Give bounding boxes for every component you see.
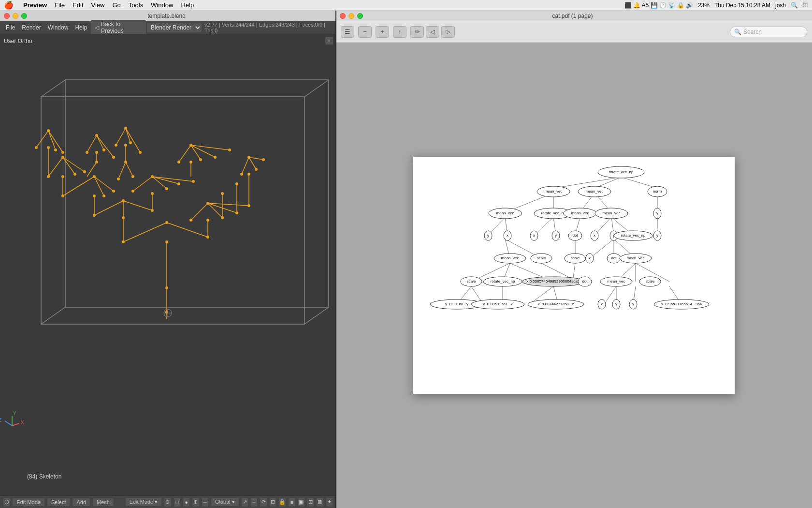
menu-go[interactable]: Go: [112, 1, 120, 9]
svg-text:y: y: [615, 302, 617, 306]
version-info: v2.77 | Verts:244/244 | Edges:243/243 | …: [204, 22, 333, 33]
svg-line-45: [87, 135, 97, 152]
blender-render-menu[interactable]: Render: [19, 23, 44, 32]
svg-text:scale: scale: [537, 256, 546, 260]
previous-page-button[interactable]: ◁: [426, 26, 439, 38]
view-menu-button[interactable]: Edit Mode: [12, 498, 45, 507]
svg-line-4: [41, 307, 65, 324]
menu-file[interactable]: File: [55, 1, 65, 9]
svg-point-118: [189, 144, 192, 147]
svg-line-2: [41, 80, 65, 97]
icon-6[interactable]: ⊞: [269, 497, 276, 507]
svg-point-77: [73, 173, 76, 176]
sidebar-toggle-button[interactable]: ☰: [341, 26, 354, 38]
menu-help[interactable]: Help: [181, 1, 194, 9]
shading-solid[interactable]: ●: [183, 497, 190, 507]
icon-2[interactable]: ↔: [202, 497, 209, 507]
svg-point-122: [228, 149, 231, 151]
search-icon[interactable]: 🔍: [791, 2, 798, 9]
icon-11[interactable]: ⊠: [316, 497, 323, 507]
svg-point-88: [177, 182, 180, 185]
svg-text:rotate_vec_np: rotate_vec_np: [609, 170, 634, 174]
tree-diagram: .tree-node ellipse { fill: white; stroke…: [413, 157, 735, 394]
zoom-out-button[interactable]: −: [358, 26, 372, 38]
svg-line-20: [48, 157, 63, 177]
svg-point-93: [221, 216, 224, 219]
blender-file-menu[interactable]: File: [3, 23, 18, 32]
icon-7[interactable]: 🔒: [278, 497, 286, 507]
menu-window[interactable]: Window: [151, 1, 173, 9]
menu-edit[interactable]: Edit: [72, 1, 83, 9]
svg-point-121: [214, 156, 217, 159]
window-divider: [335, 11, 336, 508]
svg-line-46: [97, 135, 104, 150]
svg-point-82: [54, 149, 57, 151]
add-button[interactable]: Add: [72, 498, 90, 507]
svg-point-75: [61, 156, 64, 159]
back-to-previous-button[interactable]: ◁ Back to Previous: [91, 20, 146, 35]
icon-1[interactable]: ⊕: [192, 497, 199, 507]
apple-menu[interactable]: 🍎: [4, 0, 14, 10]
viewport-canvas: X Y Z: [0, 34, 336, 455]
icon-8[interactable]: ≡: [288, 497, 295, 507]
edit-mode-button[interactable]: Edit Mode ▾: [125, 497, 162, 507]
menu-preview[interactable]: Preview: [23, 1, 47, 9]
next-page-button[interactable]: ▷: [441, 26, 455, 38]
viewport-icon-button[interactable]: ⬡: [3, 497, 10, 507]
svg-line-24: [36, 131, 48, 148]
svg-point-110: [124, 144, 127, 147]
svg-text:dot: dot: [582, 279, 588, 284]
mesh-button[interactable]: Mesh: [92, 498, 114, 507]
svg-point-99: [247, 156, 250, 159]
render-engine-select[interactable]: Blender Render: [147, 23, 202, 32]
svg-point-76: [47, 175, 50, 178]
icon-12[interactable]: ✦: [326, 497, 333, 507]
object-info: (84) Skeleton: [27, 473, 61, 480]
svg-point-79: [47, 146, 50, 149]
svg-rect-0: [41, 97, 304, 324]
svg-point-98: [247, 173, 250, 176]
zoom-in-button[interactable]: +: [376, 26, 389, 38]
menu-tools[interactable]: Tools: [129, 1, 143, 9]
list-icon[interactable]: ☰: [803, 2, 808, 9]
search-box[interactable]: 🔍 Search: [730, 27, 807, 37]
blender-window-title: template.blend: [1, 13, 332, 19]
icon-9[interactable]: ▣: [298, 497, 305, 507]
svg-point-64: [206, 236, 209, 239]
pivot-icon[interactable]: ⊙: [164, 497, 171, 507]
viewport[interactable]: User Ortho +: [0, 34, 336, 495]
shading-wire[interactable]: □: [174, 497, 181, 507]
icon-5[interactable]: ⟳: [260, 497, 267, 507]
svg-text:x: x: [589, 256, 591, 260]
back-arrow-icon: ◁: [95, 24, 99, 31]
svg-text:rotate_vec_np: rotate_vec_np: [541, 211, 566, 215]
menu-view[interactable]: View: [91, 1, 105, 9]
blender-help-menu[interactable]: Help: [72, 23, 90, 32]
annotate-button[interactable]: ✏: [410, 26, 424, 38]
svg-point-94: [235, 211, 238, 214]
select-button[interactable]: Select: [47, 498, 71, 507]
svg-point-102: [262, 158, 265, 161]
icon-4[interactable]: ↔: [250, 497, 258, 507]
svg-point-101: [255, 168, 258, 171]
svg-line-48: [118, 162, 126, 179]
svg-line-51: [116, 128, 126, 145]
svg-point-114: [115, 144, 117, 147]
svg-text:y: y: [656, 211, 658, 215]
icon-3[interactable]: ↗: [241, 497, 248, 507]
svg-line-41: [249, 157, 256, 169]
battery-level: 23%: [698, 2, 710, 9]
svg-point-69: [93, 194, 96, 197]
svg-point-73: [112, 190, 115, 193]
blender-menu: File Render Window Help ◁ Back to Previo…: [0, 21, 336, 34]
svg-text:mean_vec: mean_vec: [501, 256, 519, 260]
svg-line-13: [94, 201, 123, 215]
svg-line-58: [191, 145, 230, 150]
svg-text:mean_vec: mean_vec: [603, 211, 621, 215]
svg-text:mean_vec: mean_vec: [627, 256, 645, 260]
blender-window-menu[interactable]: Window: [45, 23, 72, 32]
svg-text:x 0.036574649892900604scale: x 0.036574649892900604scale: [526, 279, 580, 284]
share-button[interactable]: ↑: [393, 26, 406, 38]
global-button[interactable]: Global ▾: [211, 497, 239, 507]
icon-10[interactable]: ⊡: [307, 497, 314, 507]
